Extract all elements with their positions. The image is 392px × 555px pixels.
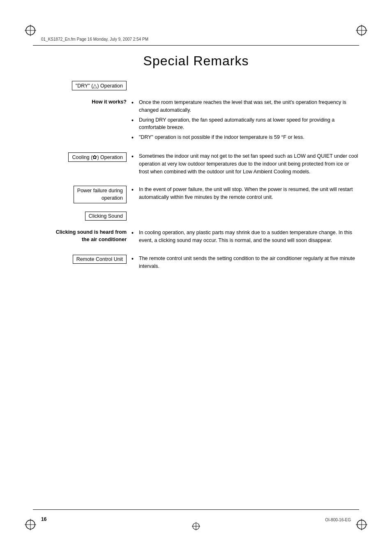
- clicking-detail-content: • In cooling operation, any plastic part…: [131, 229, 359, 246]
- remote-content: • The remote control unit sends the sett…: [131, 255, 359, 272]
- page: 01_KS1872_En.fm Page 16 Monday, July 9, …: [0, 0, 392, 555]
- bullet-icon: •: [131, 134, 139, 142]
- cooling-content: • Sometimes the indoor unit may not get …: [131, 152, 359, 177]
- list-item: • Sometimes the indoor unit may not get …: [131, 152, 359, 175]
- dry-how-label-col: How it works?: [33, 99, 131, 105]
- list-item: • In cooling operation, any plastic part…: [131, 229, 359, 244]
- list-item: • The remote control unit sends the sett…: [131, 255, 359, 270]
- section-clicking-detail: Clicking sound is heard fromthe air cond…: [33, 229, 359, 246]
- bullet-icon: •: [131, 229, 139, 237]
- dry-how-content: • Once the room temperature reaches the …: [131, 99, 359, 144]
- cooling-bullets: • Sometimes the indoor unit may not get …: [131, 152, 359, 175]
- main-content: Special Remarks "DRY" (△) Operation How …: [33, 53, 359, 280]
- bullet-icon: •: [131, 116, 139, 125]
- page-title: Special Remarks: [33, 53, 359, 69]
- section-cooling: Cooling (✿) Operation • Sometimes the in…: [33, 152, 359, 177]
- dry-operation-label-col: "DRY" (△) Operation: [33, 81, 131, 90]
- power-failure-label-col: Power failure duringoperation: [33, 186, 131, 203]
- list-item: • In the event of power failure, the uni…: [131, 186, 359, 201]
- cooling-label: Cooling (✿) Operation: [68, 152, 127, 162]
- section-clicking-sound-header: Clicking Sound: [33, 212, 359, 221]
- list-item: • During DRY operation, the fan speed au…: [131, 116, 359, 132]
- list-item: • Once the room temperature reaches the …: [131, 99, 359, 114]
- remote-bullets: • The remote control unit sends the sett…: [131, 255, 359, 270]
- dry-how-label: How it works?: [92, 99, 127, 105]
- bullet-text: During DRY operation, the fan speed auto…: [139, 116, 359, 132]
- bullet-icon: •: [131, 255, 139, 263]
- section-dry-operation: "DRY" (△) Operation: [33, 81, 359, 90]
- dry-how-bullets: • Once the room temperature reaches the …: [131, 99, 359, 142]
- clicking-label: Clicking Sound: [85, 212, 127, 221]
- top-rule: [33, 45, 359, 46]
- bullet-icon: •: [131, 99, 139, 107]
- cooling-label-col: Cooling (✿) Operation: [33, 152, 131, 162]
- footer-code: OI-800-16-EG: [325, 518, 351, 522]
- bullet-text: The remote control unit sends the settin…: [139, 255, 359, 270]
- section-power-failure: Power failure duringoperation • In the e…: [33, 186, 359, 203]
- bottom-rule: [33, 509, 359, 510]
- corner-mark-tl: [25, 25, 36, 36]
- dry-operation-label: "DRY" (△) Operation: [72, 81, 127, 90]
- file-info: 01_KS1872_En.fm Page 16 Monday, July 9, …: [41, 37, 148, 41]
- corner-mark-bl: [25, 519, 36, 530]
- bullet-text: In the event of power failure, the unit …: [139, 186, 359, 201]
- remote-label-col: Remote Control Unit: [33, 255, 131, 264]
- power-failure-content: • In the event of power failure, the uni…: [131, 186, 359, 203]
- bullet-text: "DRY" operation is not possible if the i…: [139, 134, 359, 141]
- corner-mark-tr: [356, 25, 367, 36]
- section-remote-control: Remote Control Unit • The remote control…: [33, 255, 359, 272]
- bullet-text: Once the room temperature reaches the le…: [139, 99, 359, 114]
- bullet-icon: •: [131, 152, 139, 161]
- power-failure-bullets: • In the event of power failure, the uni…: [131, 186, 359, 201]
- bullet-icon: •: [131, 186, 139, 194]
- bullet-text: In cooling operation, any plastic parts …: [139, 229, 359, 244]
- clicking-bullets: • In cooling operation, any plastic part…: [131, 229, 359, 244]
- list-item: • "DRY" operation is not possible if the…: [131, 134, 359, 142]
- clicking-label-col: Clicking Sound: [33, 212, 131, 221]
- clicking-detail-label: Clicking sound is heard fromthe air cond…: [56, 229, 127, 243]
- power-failure-label: Power failure duringoperation: [74, 186, 127, 203]
- remote-label: Remote Control Unit: [73, 255, 127, 264]
- clicking-detail-label-col: Clicking sound is heard fromthe air cond…: [33, 229, 131, 243]
- page-number: 16: [41, 516, 46, 522]
- bullet-text: Sometimes the indoor unit may not get to…: [139, 152, 359, 175]
- corner-mark-br: [356, 519, 367, 530]
- center-bottom-mark: [192, 522, 200, 530]
- section-dry-how: How it works? • Once the room temperatur…: [33, 99, 359, 144]
